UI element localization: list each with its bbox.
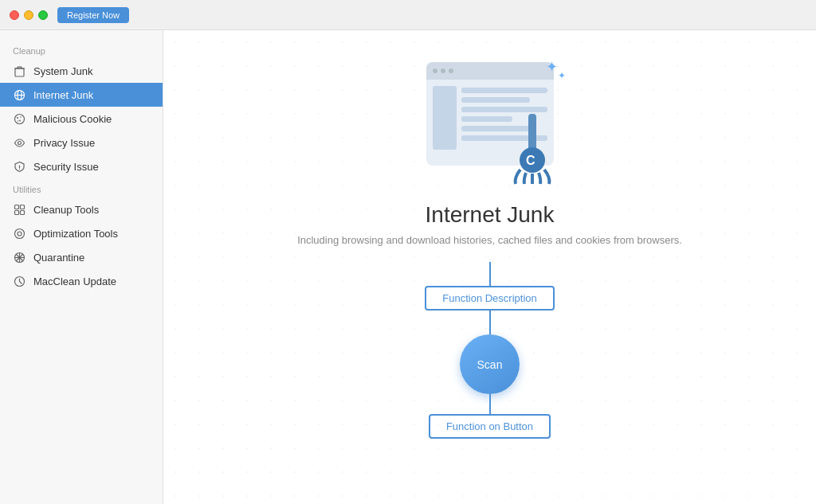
svg-point-8 [14, 114, 24, 123]
minimize-button[interactable] [24, 10, 33, 20]
browser-line [461, 107, 547, 112]
cleanup-tools-icon [13, 203, 26, 216]
browser-line [461, 97, 530, 103]
sidebar-item-quarantine[interactable]: Quarantine [0, 245, 163, 269]
sidebar-item-label: Malicious Cookie [33, 113, 112, 125]
sidebar-item-cleanup-tools[interactable]: Cleanup Tools [0, 197, 163, 221]
browser-line [461, 88, 547, 93]
sidebar-item-system-junk[interactable]: System Junk [0, 59, 163, 83]
sidebar-item-label: System Junk [33, 65, 92, 77]
svg-rect-17 [20, 205, 24, 209]
sidebar-item-label: Cleanup Tools [33, 204, 99, 216]
register-button[interactable]: Register Now [57, 7, 129, 23]
svg-rect-0 [15, 68, 24, 76]
svg-point-11 [19, 119, 21, 121]
svg-text:C: C [526, 154, 536, 167]
svg-point-13 [18, 141, 21, 144]
quarantine-icon [13, 251, 26, 264]
sidebar-item-label: Internet Junk [33, 89, 93, 101]
sidebar-item-label: Quarantine [33, 252, 84, 264]
utilities-section-label: Utilities [0, 178, 163, 197]
svg-point-9 [17, 117, 18, 119]
svg-point-21 [18, 232, 22, 236]
sidebar-item-label: MacClean Update [33, 275, 116, 287]
sidebar: Cleanup System Junk [0, 30, 163, 504]
sidebar-item-optimization-tools[interactable]: Optimization Tools [0, 221, 163, 245]
sparkle-icon: ✦ [546, 58, 558, 76]
connector-line-bottom [489, 394, 491, 414]
svg-point-20 [14, 229, 24, 238]
illustration: C ✦ ✦ [410, 54, 570, 189]
browser-dot [449, 68, 453, 73]
eye-icon [13, 136, 26, 149]
function-on-button[interactable]: Function on Button [429, 414, 551, 439]
title-bar: Register Now [0, 0, 816, 30]
sidebar-item-privacy-issue[interactable]: Privacy Issue [0, 131, 163, 154]
sidebar-item-security-issue[interactable]: Security Issue [0, 154, 163, 178]
function-description-button[interactable]: Function Description [425, 286, 555, 311]
trash-icon [13, 64, 26, 77]
sparkle-icon: ✦ [558, 70, 566, 81]
internet-icon [13, 88, 26, 101]
cookie-icon [13, 112, 26, 125]
svg-rect-19 [20, 210, 24, 214]
content-inner: C ✦ ✦ Internet Junk Including browsing a… [179, 54, 800, 439]
close-button[interactable] [10, 10, 19, 20]
sidebar-item-label: Optimization Tools [33, 228, 118, 240]
svg-rect-18 [14, 210, 18, 214]
traffic-lights [10, 10, 48, 20]
svg-point-12 [17, 120, 18, 121]
update-icon [13, 275, 26, 287]
browser-toolbar [426, 62, 554, 80]
sidebar-item-internet-junk[interactable]: Internet Junk [0, 83, 163, 107]
sidebar-item-macclean-update[interactable]: MacClean Update [0, 269, 163, 293]
sidebar-item-label: Security Issue [33, 161, 99, 173]
page-subtitle: Including browsing and download historie… [297, 234, 682, 246]
sidebar-item-label: Privacy Issue [33, 137, 95, 149]
browser-sidebar [433, 86, 457, 150]
main-content: C ✦ ✦ Internet Junk Including browsing a… [163, 30, 816, 504]
svg-rect-16 [14, 205, 18, 209]
svg-point-15 [18, 168, 19, 169]
sidebar-item-malicious-cookie[interactable]: Malicious Cookie [0, 107, 163, 131]
page-title: Internet Junk [426, 202, 555, 228]
connector-line-middle [489, 311, 491, 334]
broom-icon: C [506, 114, 562, 186]
app-body: Cleanup System Junk [0, 30, 816, 504]
connector-line-top [489, 262, 491, 286]
cleanup-section-label: Cleanup [0, 40, 163, 59]
maximize-button[interactable] [38, 10, 48, 20]
shield-icon [13, 160, 26, 173]
svg-point-10 [20, 116, 22, 118]
browser-dot [441, 68, 445, 73]
browser-dot [433, 68, 437, 73]
optimization-icon [13, 227, 26, 240]
scan-button[interactable]: Scan [460, 334, 520, 394]
